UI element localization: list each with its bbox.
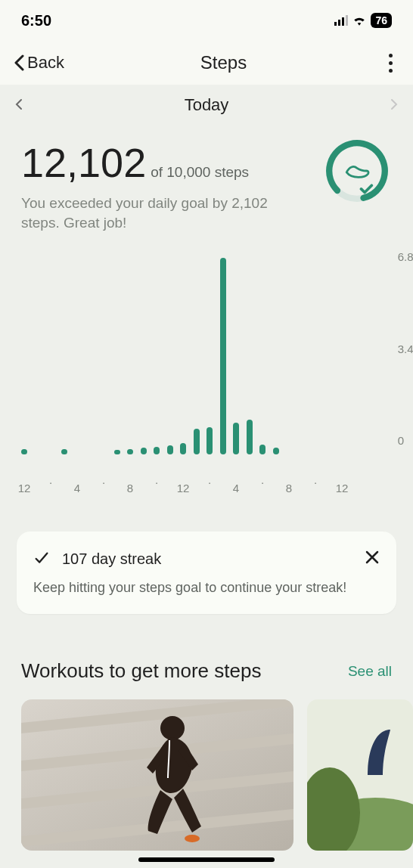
x-tick-dot: · [102,476,105,488]
x-tick-label: 4 [74,482,80,494]
chart-bar [61,449,67,455]
streak-card: 107 day streak Keep hitting your steps g… [17,532,396,614]
home-indicator[interactable] [138,857,275,862]
battery-icon: 76 [371,13,392,28]
y-axis: 6.8k 3.4k 0 [398,250,413,447]
y-tick: 6.8k [398,250,413,263]
step-goal-label: of 10,000 steps [151,164,249,181]
status-right: 76 [334,13,392,28]
x-tick-label: 12 [177,482,190,494]
chart-bar [154,447,160,455]
date-label: Today [185,95,229,115]
workouts-header: Workouts to get more steps See all [0,614,413,683]
x-tick-dot: · [261,476,264,488]
chart-bar [194,429,200,454]
chart-bar [220,258,226,454]
x-tick-dot: · [208,476,211,488]
wifi-icon [352,15,366,26]
x-tick-dot: · [314,476,317,488]
chart-bar [206,427,213,454]
chevron-left-icon [14,54,24,71]
dismiss-streak-button[interactable] [365,548,380,569]
check-icon [33,550,50,567]
goal-ring [322,136,392,206]
workout-card[interactable] [21,699,293,851]
workouts-title: Workouts to get more steps [21,659,261,683]
x-tick-label: 12 [18,482,31,494]
clock: 6:50 [21,12,51,29]
x-tick-dot: · [155,476,158,488]
see-all-link[interactable]: See all [348,663,392,680]
x-tick-dot: · [49,476,52,488]
back-button[interactable]: Back [14,53,64,73]
streak-title: 107 day streak [62,550,161,568]
chart-bar [247,420,253,454]
main-scroll[interactable]: Today 12,102 of 10,000 steps You exceede… [0,85,413,868]
svg-point-6 [160,716,185,740]
step-count: 12,102 [21,142,146,183]
x-tick-label: 8 [127,482,133,494]
summary-message: You exceeded your daily goal by 2,102 st… [21,194,278,232]
nav-bar: Back Steps [0,41,413,85]
chart-bar [141,448,147,455]
prev-day-button[interactable] [15,95,23,115]
streak-subtitle: Keep hitting your steps goal to continue… [33,580,380,596]
chart-bars [21,258,392,454]
chart-bar [259,445,266,454]
chart-bar [114,450,120,454]
chart-bar [127,449,133,455]
summary-block: 12,102 of 10,000 steps You exceeded your… [0,126,413,235]
chart-area: 6.8k 3.4k 0 12·4·8·12·4·8·12 [0,235,413,509]
workout-card[interactable] [307,699,413,851]
y-tick: 0 [398,434,413,447]
chart-bar [233,423,239,454]
more-button[interactable] [383,49,399,77]
page-title: Steps [200,52,247,73]
x-tick-label: 4 [233,482,239,494]
date-selector: Today [0,85,413,126]
next-day-button[interactable] [390,95,398,115]
check-icon [362,185,372,192]
back-label: Back [27,53,64,73]
chart-bar [21,449,27,455]
chart-bar [180,443,186,454]
svg-point-7 [185,835,200,842]
cellular-icon [334,15,348,26]
status-bar: 6:50 76 [0,0,413,41]
x-tick-label: 8 [286,482,292,494]
y-tick: 3.4k [398,343,413,355]
x-axis: 12·4·8·12·4·8·12 [21,477,339,504]
shoe-icon [346,166,368,177]
chart-bar [273,448,279,455]
chart-bar [167,445,173,454]
workout-carousel[interactable] [0,683,413,851]
x-tick-label: 12 [336,482,349,494]
